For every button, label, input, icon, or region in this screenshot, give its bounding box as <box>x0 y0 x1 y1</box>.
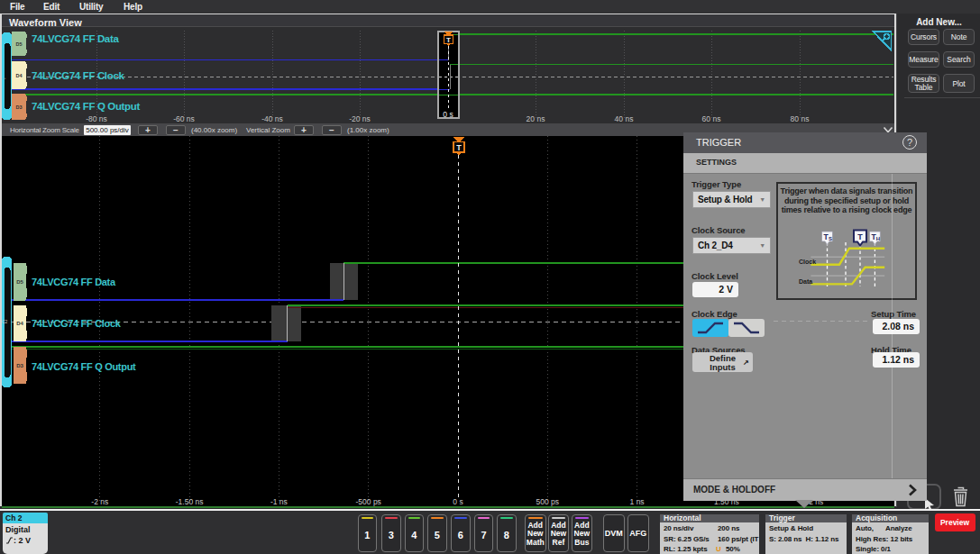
svg-text:80 ns: 80 ns <box>791 114 810 123</box>
svg-text:D4: D4 <box>15 73 23 78</box>
svg-text:500 ps: 500 ps <box>536 497 560 506</box>
svg-text:-2 ns: -2 ns <box>91 497 108 506</box>
svg-text:0 s: 0 s <box>453 497 463 506</box>
svg-text:C2: C2 <box>2 319 8 324</box>
svg-text:↔: ↔ <box>2 75 7 80</box>
svg-text:H: H <box>876 236 880 241</box>
svg-text:-60 ns: -60 ns <box>173 114 195 123</box>
svg-text:1 ns: 1 ns <box>630 497 645 506</box>
svg-text:0 s: 0 s <box>443 110 453 119</box>
svg-text:-40 ns: -40 ns <box>261 114 283 123</box>
svg-text:60 ns: 60 ns <box>702 114 721 123</box>
svg-text:D3: D3 <box>15 104 22 110</box>
svg-text:D3: D3 <box>16 363 23 368</box>
svg-text:-20 ns: -20 ns <box>349 114 371 123</box>
svg-text:74LVCG74 FF Clock: 74LVCG74 FF Clock <box>32 70 124 81</box>
svg-text:20 ns: 20 ns <box>527 114 545 123</box>
svg-text:D5: D5 <box>15 41 22 47</box>
svg-text:74LVCG74 FF Q Output: 74LVCG74 FF Q Output <box>32 101 140 112</box>
svg-text:-500 ps: -500 ps <box>356 497 381 506</box>
svg-text:-1 ns: -1 ns <box>270 497 288 506</box>
svg-text:Data: Data <box>799 278 812 285</box>
svg-text:-80 ns: -80 ns <box>86 114 107 123</box>
svg-text:74LVCG74 FF Clock: 74LVCG74 FF Clock <box>32 318 122 329</box>
svg-text:74LVCG74 FF Data: 74LVCG74 FF Data <box>32 33 119 44</box>
svg-text:-1.50 ns: -1.50 ns <box>176 497 204 506</box>
svg-text:T: T <box>456 143 462 152</box>
svg-text:S: S <box>829 236 832 241</box>
svg-text:D4: D4 <box>16 321 23 326</box>
svg-text:40 ns: 40 ns <box>615 114 634 123</box>
svg-text:T: T <box>857 232 863 241</box>
svg-text:T: T <box>446 36 451 44</box>
svg-text:74LVCG74 FF Data: 74LVCG74 FF Data <box>32 277 116 287</box>
svg-text:Clock: Clock <box>799 259 816 265</box>
svg-text:D5: D5 <box>16 279 23 285</box>
svg-text:74LVCG74 FF Q Output: 74LVCG74 FF Q Output <box>32 361 136 372</box>
